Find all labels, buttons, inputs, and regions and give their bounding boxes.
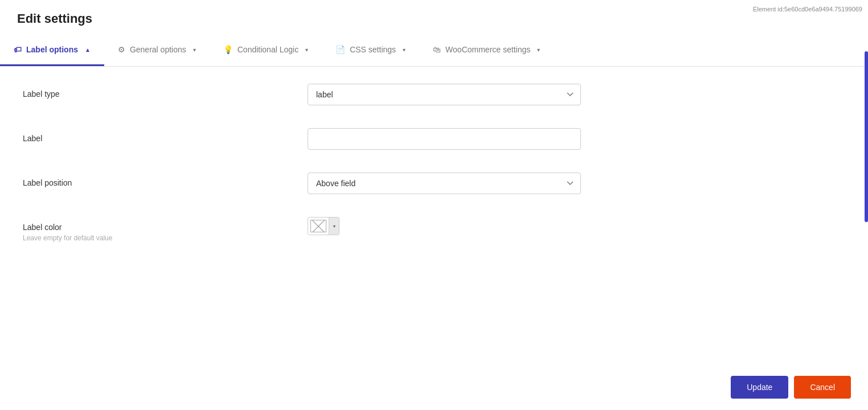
label-position-label: Label position bbox=[23, 178, 308, 187]
tab-woocommerce-settings[interactable]: 🛍 WooCommerce settings ▾ bbox=[419, 35, 554, 66]
color-swatch-box bbox=[310, 220, 326, 232]
page-title: Edit settings bbox=[0, 0, 868, 35]
color-swatch bbox=[308, 218, 329, 235]
form-label-label-type: Label type bbox=[23, 84, 308, 99]
tab-label-options-chevron: ▲ bbox=[85, 47, 91, 53]
tab-general-options-chevron: ▾ bbox=[193, 47, 196, 53]
form-label-label-color: Label color Leave empty for default valu… bbox=[23, 217, 308, 242]
tab-woocommerce-settings-label: WooCommerce settings bbox=[445, 45, 530, 54]
bottom-actions: Update Cancel bbox=[731, 376, 851, 399]
element-id: Element id:5e60cd0e6a9494.75199069 bbox=[753, 6, 862, 13]
tab-label-options-label: Label options bbox=[26, 45, 78, 54]
form-row-label: Label bbox=[23, 128, 845, 150]
form-control-label bbox=[308, 128, 581, 150]
tab-css-settings-chevron: ▾ bbox=[403, 47, 406, 53]
update-button[interactable]: Update bbox=[731, 376, 788, 399]
cancel-button[interactable]: Cancel bbox=[794, 376, 851, 399]
form-label-label-position: Label position bbox=[23, 173, 308, 187]
color-picker-widget[interactable]: ▾ bbox=[308, 217, 339, 235]
form-control-label-type: label placeholder none bbox=[308, 84, 581, 105]
bag-icon: 🛍 bbox=[433, 45, 441, 54]
tag-icon: 🏷 bbox=[14, 45, 22, 54]
color-picker-arrow[interactable]: ▾ bbox=[329, 218, 339, 235]
tab-css-settings[interactable]: 📄 CSS settings ▾ bbox=[322, 35, 419, 66]
label-type-label: Label type bbox=[23, 89, 308, 99]
tab-conditional-logic-chevron: ▾ bbox=[305, 47, 308, 53]
form-row-label-type: Label type label placeholder none bbox=[23, 84, 845, 105]
label-label: Label bbox=[23, 134, 308, 143]
tab-label-options[interactable]: 🏷 Label options ▲ bbox=[0, 35, 104, 66]
form-control-label-color: ▾ bbox=[308, 217, 581, 235]
gear-icon: ⚙ bbox=[118, 45, 125, 54]
tab-css-settings-label: CSS settings bbox=[350, 45, 396, 54]
label-input[interactable] bbox=[308, 128, 581, 150]
tab-conditional-logic[interactable]: 💡 Conditional Logic ▾ bbox=[210, 35, 322, 66]
tab-woocommerce-settings-chevron: ▾ bbox=[537, 47, 540, 53]
tab-conditional-logic-label: Conditional Logic bbox=[238, 45, 298, 54]
bulb-icon: 💡 bbox=[223, 45, 233, 54]
content-area: Label type label placeholder none Label bbox=[0, 67, 868, 282]
scroll-indicator bbox=[865, 51, 868, 222]
doc-icon: 📄 bbox=[335, 45, 345, 54]
form-row-label-position: Label position Above field Below field L… bbox=[23, 173, 845, 194]
tabs-bar: 🏷 Label options ▲ ⚙ General options ▾ 💡 … bbox=[0, 35, 868, 67]
label-color-hint: Leave empty for default value bbox=[23, 234, 308, 242]
label-type-select[interactable]: label placeholder none bbox=[308, 84, 581, 105]
form-row-label-color: Label color Leave empty for default valu… bbox=[23, 217, 845, 242]
page-container: Element id:5e60cd0e6a9494.75199069 Edit … bbox=[0, 0, 868, 410]
label-color-label: Label color bbox=[23, 223, 308, 232]
form-control-label-position: Above field Below field Left of field Ri… bbox=[308, 173, 581, 194]
label-position-select[interactable]: Above field Below field Left of field Ri… bbox=[308, 173, 581, 194]
tab-general-options-label: General options bbox=[130, 45, 186, 54]
tab-general-options[interactable]: ⚙ General options ▾ bbox=[104, 35, 210, 66]
form-label-label: Label bbox=[23, 128, 308, 143]
